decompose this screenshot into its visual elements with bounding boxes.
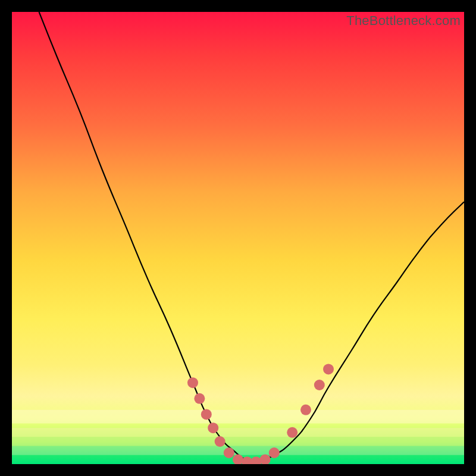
data-marker — [269, 447, 280, 458]
plot-area: TheBottleneck.com — [12, 12, 464, 464]
data-marker — [300, 405, 311, 415]
bottleneck-curve-path — [39, 12, 464, 461]
data-marker — [224, 447, 234, 458]
data-marker — [287, 427, 298, 438]
band — [12, 437, 464, 446]
chart-svg — [12, 12, 464, 464]
data-marker — [187, 377, 198, 388]
band — [12, 410, 464, 424]
data-marker — [314, 380, 325, 390]
data-marker — [208, 422, 218, 433]
data-marker — [194, 393, 205, 404]
data-marker — [201, 409, 212, 419]
data-marker — [323, 364, 334, 374]
chart-frame: TheBottleneck.com — [0, 0, 476, 476]
band — [12, 428, 464, 437]
data-marker — [215, 436, 226, 447]
